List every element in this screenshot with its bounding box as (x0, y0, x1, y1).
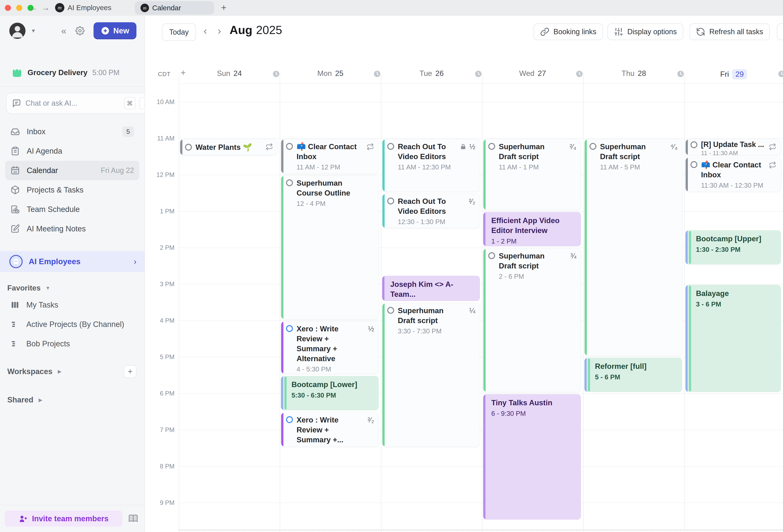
event-card[interactable]: Xero : Write Review + Summary + Alternat… (281, 321, 379, 374)
task-checkbox[interactable] (488, 143, 495, 150)
new-button[interactable]: New (94, 22, 136, 39)
grid-column-line (381, 73, 381, 532)
favorite-item-my-tasks[interactable]: My Tasks (0, 295, 145, 315)
task-checkbox[interactable] (387, 197, 394, 205)
today-button[interactable]: Today (162, 24, 196, 41)
event-card[interactable]: 📫 Clear Contact Inbox11 AM - 12 PM (281, 139, 379, 174)
display-options-button[interactable]: Display options (607, 24, 683, 40)
task-checkbox[interactable] (286, 325, 293, 332)
event-card[interactable]: Joseph Kim <> A-Team...2:45 - 3:30 PM, G… (382, 276, 480, 301)
event-card[interactable]: Balayage3 - 6 PM (685, 285, 781, 392)
grid-line (179, 211, 783, 212)
next-event-title: Grocery Delivery (28, 68, 88, 77)
app-logo-icon: m (55, 3, 64, 12)
chevron-right-icon: ▶ (58, 369, 61, 374)
grid-line (179, 84, 783, 84)
event-accent-bar (281, 321, 283, 374)
task-checkbox[interactable] (690, 141, 697, 148)
next-week-icon[interactable]: › (213, 25, 225, 37)
lock-icon (460, 144, 466, 150)
event-time: 3:30 - 7:30 PM (398, 327, 476, 335)
help-book-icon[interactable] (128, 514, 138, 524)
event-accent-bar (382, 194, 385, 228)
user-avatar[interactable] (9, 23, 26, 39)
event-card[interactable]: Water Plants 🌱 (180, 139, 278, 155)
sidebar-item-ai-agenda[interactable]: AI Agenda (5, 141, 139, 161)
prev-week-icon[interactable]: ‹ (199, 25, 211, 37)
cmd-keycap: ⌘ (124, 97, 135, 109)
event-card[interactable]: 📫 Clear Contact Inbox11:30 AM - 12:30 PM (685, 157, 781, 192)
task-checkbox[interactable] (387, 307, 394, 314)
close-window-icon[interactable] (5, 5, 11, 11)
event-accent-bar (686, 157, 688, 191)
event-time: 6:30 - 7:30 PM (296, 446, 375, 447)
favorite-item-active-projects-by-channel-[interactable]: Active Projects (By Channel) (0, 315, 145, 334)
task-checkbox[interactable] (286, 416, 293, 423)
sidebar-item-team-schedule[interactable]: Team Schedule (5, 199, 139, 219)
task-checkbox[interactable] (488, 252, 495, 259)
tab-calendar[interactable]: m Calendar (135, 1, 214, 14)
event-card[interactable]: Reach Out To Video Editors11 AM - 12:30 … (382, 139, 480, 192)
add-workspace-button[interactable]: + (124, 365, 136, 378)
event-progress-badge: ¾ (570, 252, 576, 260)
kanban-columns-icon (10, 301, 20, 309)
meeting-notes-icon (10, 224, 20, 233)
invite-team-members-button[interactable]: Invite team members (5, 510, 122, 527)
sidebar-item-calendar[interactable]: 22CalendarFri Aug 22 (5, 161, 139, 180)
event-card[interactable]: Efficient App Video Editor Interview1 - … (483, 212, 581, 246)
event-card[interactable]: Xero : Write Review + Summary +...6:30 -… (281, 412, 379, 447)
calendar-header: Today ‹ › Aug2025 Booking linksDisplay o… (145, 16, 783, 48)
task-checkbox[interactable] (185, 144, 192, 151)
event-card[interactable]: Superhuman Draft script2 - 6 PM¾ (483, 248, 581, 392)
event-card[interactable]: Superhuman Draft script3:30 - 7:30 PM¼ (382, 303, 480, 447)
event-progress-badge: ½ (460, 143, 475, 151)
event-time: 2 - 6 PM (499, 273, 577, 281)
ghost-mascot-icon (9, 255, 23, 268)
favorite-item-label: Active Projects (By Channel) (26, 320, 124, 329)
event-card[interactable]: Bootcamp [Lower]5:30 - 6:30 PM (281, 376, 379, 410)
shared-header[interactable]: Shared ▶ (7, 396, 42, 404)
event-card[interactable]: Tiny Talks Austin6 - 9:30 PM (483, 394, 581, 520)
sidebar-item-label: Inbox (27, 127, 115, 136)
task-checkbox[interactable] (590, 143, 596, 150)
task-checkbox[interactable] (690, 161, 697, 168)
chat-bubble-icon (12, 99, 21, 108)
workspaces-header[interactable]: Workspaces ▶ (7, 367, 62, 376)
event-card[interactable]: Superhuman Course Outline12 - 4 PM (281, 176, 379, 319)
task-checkbox[interactable] (286, 179, 293, 186)
task-checkbox[interactable] (387, 143, 394, 150)
repeat-icon (769, 143, 776, 151)
refresh-all-tasks-button[interactable]: Refresh all tasks (689, 24, 770, 40)
account-caret-icon[interactable]: ▼ (31, 28, 36, 34)
event-secondary-bar (281, 376, 283, 410)
calendar-main: Today ‹ › Aug2025 Booking linksDisplay o… (145, 16, 783, 532)
back-icon[interactable]: ← (28, 3, 38, 12)
event-title: Bootcamp [Lower] (291, 380, 374, 389)
sidebar-item-ai-employees[interactable]: AI Employees › (0, 251, 145, 272)
event-card[interactable]: Reach Out To Video Editors12:30 - 1:30 P… (382, 194, 480, 228)
add-calendar-button[interactable]: + (777, 24, 783, 40)
event-accent-bar (382, 276, 384, 301)
minimize-window-icon[interactable] (16, 5, 22, 11)
event-card[interactable]: Superhuman Draft script11 AM - 1 PM²⁄₄ (483, 139, 581, 210)
favorite-item-bob-projects[interactable]: Bob Projects (0, 334, 145, 353)
gear-icon[interactable] (75, 26, 85, 35)
event-card[interactable]: Bootcamp [Upper]1:30 - 2:30 PM (685, 230, 781, 264)
new-tab-button[interactable]: + (221, 2, 226, 13)
repeat-icon (366, 143, 374, 151)
sidebar-item-projects-tasks[interactable]: Projects & Tasks (5, 180, 139, 199)
booking-links-button[interactable]: Booking links (534, 24, 603, 40)
event-card[interactable]: Superhuman Draft script11 AM - 5 PM⁴⁄₄ (585, 139, 682, 356)
sidebar-item-inbox[interactable]: Inbox5 (5, 122, 139, 141)
event-card[interactable]: Reformer [full]5 - 6 PM (585, 358, 682, 392)
chat-input-box[interactable]: ⌘ / (6, 93, 145, 114)
event-card[interactable]: [R] Update Task ...11 - 11:30 AM (685, 139, 781, 155)
collapse-sidebar-icon[interactable]: « (61, 25, 66, 36)
event-time: 12 - 4 PM (296, 199, 375, 208)
forward-icon[interactable]: → (40, 3, 51, 12)
task-checkbox[interactable] (286, 143, 293, 150)
chat-input[interactable] (25, 99, 120, 108)
sidebar-item-ai-meeting-notes[interactable]: AI Meeting Notes (5, 219, 139, 239)
favorites-header[interactable]: Favorites ▼ (7, 284, 145, 292)
next-event-row[interactable]: Grocery Delivery 5:00 PM (11, 66, 145, 79)
